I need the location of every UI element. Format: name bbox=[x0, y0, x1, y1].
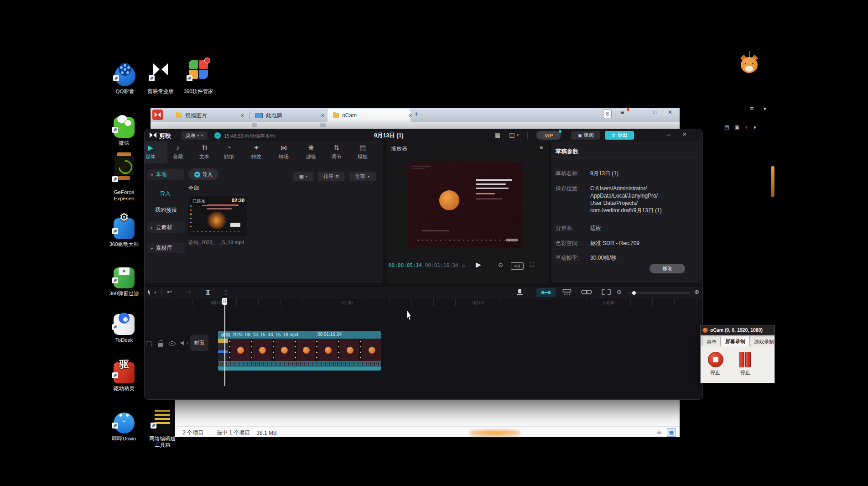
preview-axis-icon[interactable] bbox=[601, 289, 611, 295]
zoom-slider-handle[interactable] bbox=[632, 291, 636, 295]
ocam-tab-screen-record[interactable]: 屏幕录制 bbox=[721, 336, 750, 347]
link-icon[interactable] bbox=[581, 289, 592, 295]
tab-effects[interactable]: ✦特效 bbox=[244, 144, 268, 160]
filter-button[interactable]: 全部 ▼ bbox=[349, 172, 376, 181]
tab-transition[interactable]: ⋈转场 bbox=[272, 144, 296, 160]
delete-icon[interactable]: ▯ bbox=[224, 289, 228, 295]
tab-audio[interactable]: ♪音频 bbox=[166, 144, 190, 160]
ocam-tab-game-record[interactable]: 游戏录制 bbox=[750, 337, 775, 346]
desktop-icon-driver-genius[interactable]: 驱 ↗ 驱动精灵 bbox=[104, 350, 144, 392]
split-icon[interactable]: ][ bbox=[206, 289, 209, 295]
draft-title: 9月13日 (1) bbox=[374, 132, 404, 140]
frame-back-icon[interactable]: ≣ bbox=[452, 262, 457, 268]
fullscreen-icon[interactable]: ⛶ bbox=[530, 261, 534, 268]
tab-count-badge[interactable]: 3 bbox=[603, 110, 612, 118]
player-menu-icon[interactable]: ≡ bbox=[540, 144, 543, 151]
timeline-ruler-ticks[interactable] bbox=[145, 299, 702, 306]
playhead-line[interactable] bbox=[224, 299, 225, 386]
desktop-icon-capcut[interactable]: ↗ 剪映专业版 bbox=[140, 52, 181, 94]
list-panel-icon[interactable]: ▤ bbox=[724, 124, 729, 131]
explorer-tab-this-pc[interactable]: 此电脑 ✕ bbox=[252, 109, 328, 122]
ocam-pause-bar-right[interactable] bbox=[745, 352, 751, 367]
sort-button[interactable]: 排序 ≣ bbox=[318, 172, 344, 181]
track-range-icon[interactable] bbox=[146, 341, 152, 347]
tab-close-icon[interactable]: ✕ bbox=[240, 113, 244, 119]
desktop-icon-360-popup[interactable]: ↗ 360弹窗过滤 bbox=[104, 255, 144, 297]
clip-filmstrip[interactable] bbox=[218, 339, 381, 361]
ocam-stop-button[interactable] bbox=[708, 352, 723, 367]
explorer-maximize-button[interactable]: □ bbox=[653, 109, 656, 115]
grid-panel-icon[interactable]: ▣ bbox=[734, 124, 739, 131]
playhead-handle[interactable] bbox=[222, 298, 227, 305]
zoom-fit-icon[interactable]: ⊕ bbox=[694, 288, 699, 295]
view-thumbnail-icon[interactable]: ▦ bbox=[667, 428, 676, 437]
explorer-close-button[interactable]: ✕ bbox=[668, 109, 672, 115]
capcut-minimize-button[interactable]: – bbox=[651, 130, 655, 137]
vip-button[interactable]: VIP bbox=[536, 131, 561, 140]
timeline-zoom-slider[interactable] bbox=[628, 293, 691, 293]
explorer-minimize-button[interactable]: – bbox=[638, 108, 641, 115]
ocam-titlebar[interactable]: oCam (0, 0, 1920, 1080) bbox=[701, 325, 774, 335]
eye-icon[interactable] bbox=[169, 341, 176, 346]
sidebar-item-import[interactable]: 导入 bbox=[160, 190, 171, 198]
tab-adjust[interactable]: ⇅调节 bbox=[325, 144, 348, 160]
media-item-thumbnail[interactable]: 已添加 02:30 bbox=[188, 196, 247, 236]
zoom-out-icon[interactable]: ⊖ bbox=[617, 288, 622, 295]
ocam-tab-menu[interactable]: 菜单 bbox=[702, 337, 721, 346]
select-tool-caret[interactable]: ▾ bbox=[154, 290, 156, 295]
chevron-down-icon[interactable]: ▾ bbox=[754, 125, 756, 131]
tab-text[interactable]: TI文本 bbox=[192, 144, 216, 160]
chevron-down-icon[interactable]: ▾ bbox=[517, 133, 519, 137]
ocam-pause-bar-left[interactable] bbox=[739, 352, 744, 367]
video-preview bbox=[408, 162, 522, 248]
view-list-icon[interactable]: ≣ bbox=[657, 428, 662, 435]
aspect-ratio-button[interactable]: 4:3 bbox=[511, 262, 524, 270]
sidebar-item-local[interactable]: ▾ 本地 bbox=[147, 169, 184, 180]
sidebar-item-cloud[interactable]: ▸ 云素材 bbox=[147, 222, 185, 233]
cover-button[interactable]: 封面 bbox=[190, 334, 208, 351]
sidebar-item-library[interactable]: ▸ 素材库 bbox=[147, 243, 185, 253]
fit-preview-icon[interactable]: ⊙ bbox=[498, 261, 503, 268]
clip-header[interactable]: 录制_2023_09_13_15_44_15_18.mp4 00:01:16:2… bbox=[218, 331, 381, 339]
capcut-maximize-button[interactable]: □ bbox=[667, 131, 670, 137]
tab-close-icon[interactable]: ✕ bbox=[321, 113, 325, 119]
frame-forward-icon[interactable]: ≣ bbox=[462, 262, 466, 268]
play-button[interactable]: ▶ bbox=[476, 261, 481, 269]
desktop-icon-360-driver[interactable]: ⚙ ↗ 360驱动大师 bbox=[104, 205, 144, 247]
explorer-menu-icon[interactable]: ≡ bbox=[620, 109, 624, 116]
export-button[interactable]: ⇧ 导出 bbox=[605, 131, 634, 140]
plus-icon[interactable]: + bbox=[744, 124, 748, 131]
explorer-tab-blessing-images[interactable]: 祝福图片 ✕ bbox=[172, 109, 248, 122]
redo-icon[interactable]: ↪ bbox=[186, 288, 191, 295]
desktop-icon-todesk[interactable]: ↗ ToDesk bbox=[104, 301, 144, 343]
import-button[interactable]: + 导入 bbox=[188, 168, 218, 180]
clip-audio-waveform[interactable] bbox=[218, 361, 381, 367]
layout-switch-icon[interactable]: ◫ bbox=[509, 131, 515, 138]
capcut-close-button[interactable]: ✕ bbox=[682, 131, 686, 137]
desktop-icon-geforce[interactable]: ↗ GeForce Experien bbox=[104, 146, 144, 202]
auto-snap-icon[interactable] bbox=[562, 289, 572, 295]
undo-icon[interactable]: ↩ bbox=[167, 288, 172, 295]
tab-close-icon[interactable]: ✕ bbox=[408, 113, 412, 119]
hamburger-icon[interactable]: ≡ bbox=[750, 105, 754, 112]
video-ui-bar bbox=[412, 166, 431, 167]
review-button[interactable]: ▣ 审阅 bbox=[571, 131, 600, 140]
new-tab-button[interactable]: + bbox=[414, 110, 418, 118]
desktop-icon-wechat[interactable]: ↗ 微信 bbox=[104, 104, 144, 146]
shortcut-keys-icon[interactable]: ▦ bbox=[495, 131, 500, 138]
tab-media[interactable]: ▶媒体 bbox=[139, 144, 162, 160]
main-track-magnet-toggle[interactable] bbox=[536, 288, 556, 297]
tab-template[interactable]: ▤模板 bbox=[351, 144, 374, 160]
modify-button[interactable]: 修改 bbox=[650, 264, 685, 273]
chevron-down-icon[interactable]: ▾ bbox=[764, 106, 766, 112]
explorer-tab-ocam[interactable]: oCam ✕ bbox=[329, 109, 416, 122]
desktop-icon-bibidown[interactable]: ↗ 哔哔Down bbox=[104, 400, 144, 442]
tab-sticker[interactable]: ◔贴纸 bbox=[217, 144, 241, 160]
mic-icon[interactable] bbox=[518, 289, 521, 293]
menu-button[interactable]: 菜单 ▾ bbox=[181, 131, 208, 140]
desktop-icon-360-software[interactable]: ↗ 360软件管家 bbox=[178, 52, 218, 94]
tab-filter[interactable]: ❋滤镜 bbox=[299, 144, 323, 160]
desktop-icon-qqplayer[interactable]: ↗ QQ影音 bbox=[105, 52, 145, 94]
sidebar-item-presets[interactable]: 我的预设 bbox=[155, 206, 177, 214]
view-mode-dropdown[interactable]: ▦ ▾ bbox=[293, 172, 313, 181]
